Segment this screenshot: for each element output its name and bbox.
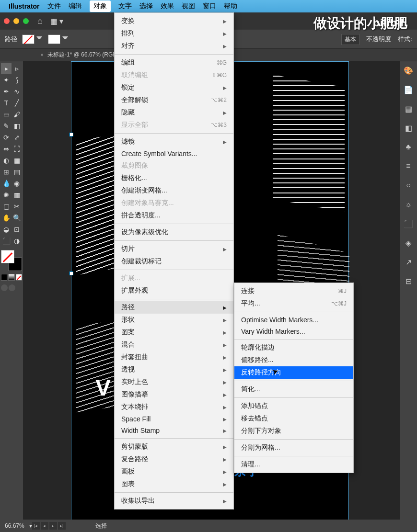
menu-item[interactable]: 移去锚点 — [234, 412, 353, 425]
menu-item[interactable]: 创建渐变网格... — [115, 184, 233, 197]
zoom-level[interactable]: 66.67% — [5, 522, 24, 529]
rotate-tool[interactable]: ⟳ — [1, 132, 12, 143]
fill-stroke-picker[interactable] — [1, 250, 22, 271]
gradient-tool[interactable]: ▤ — [12, 167, 22, 177]
menu-item[interactable]: 编组⌘G — [115, 57, 233, 69]
menu-item[interactable]: 清理... — [234, 458, 353, 471]
magic-wand-tool[interactable]: ✦ — [1, 75, 12, 85]
menu-item[interactable]: Space Fill▶ — [115, 413, 233, 425]
menu-item[interactable]: 分割为网格... — [234, 441, 353, 454]
direct-selection-tool[interactable]: ▹ — [12, 63, 22, 74]
rectangle-tool[interactable]: ▭ — [1, 109, 12, 120]
menu-item[interactable]: 图像描摹▶ — [115, 388, 233, 401]
app-name[interactable]: Illustrator — [9, 2, 40, 10]
eyedropper-tool[interactable]: 💧 — [1, 178, 12, 189]
tab-close-icon[interactable]: × — [40, 52, 44, 58]
menu-item[interactable]: 文本绕排▶ — [115, 401, 233, 413]
line-tool[interactable]: ╱ — [12, 98, 22, 108]
tool-b[interactable]: ⊡ — [12, 224, 22, 235]
menu-item[interactable]: Width Stamp▶ — [115, 425, 233, 436]
menu-item[interactable]: 对齐▶ — [115, 40, 233, 52]
home-icon[interactable]: ⌂ — [37, 16, 43, 26]
stroke-dropdown[interactable] — [62, 36, 68, 42]
scale-tool[interactable]: ⤢ — [12, 132, 22, 143]
zoom-tool[interactable]: 🔍 — [12, 213, 22, 223]
next-artboard-button[interactable]: ▸ — [49, 522, 57, 530]
menu-item[interactable]: 连接⌘J — [234, 285, 353, 297]
mesh-tool[interactable]: ⊞ — [1, 167, 12, 177]
none-mode[interactable] — [16, 274, 22, 281]
menu-item[interactable]: 锁定▶ — [115, 81, 233, 94]
fill-swatch[interactable] — [22, 34, 35, 44]
menu-item[interactable]: 平均...⌥⌘J — [234, 297, 353, 310]
first-artboard-button[interactable]: |◂ — [32, 522, 40, 530]
gradient-mode[interactable] — [8, 274, 14, 281]
selection-tool[interactable]: ▸ — [1, 63, 12, 74]
menu-item[interactable]: 轮廓化描边 — [234, 341, 353, 354]
artboard-tool[interactable]: ▢ — [1, 201, 12, 212]
type-tool[interactable]: T — [1, 98, 12, 108]
menu-help[interactable]: 帮助 — [224, 2, 237, 11]
appearance-panel-icon[interactable]: ☼ — [403, 199, 414, 210]
menu-object[interactable]: 对象 — [90, 0, 111, 12]
draw-normal[interactable] — [1, 284, 8, 291]
arrange-icon[interactable]: ▦ ▾ — [50, 17, 63, 26]
menu-item[interactable]: Create Symbol Variants... — [115, 148, 233, 159]
menu-item[interactable]: 封套扭曲▶ — [115, 351, 233, 363]
draw-behind[interactable] — [9, 284, 15, 291]
symbol-sprayer-tool[interactable]: ✺ — [1, 190, 12, 200]
hand-tool[interactable]: ✋ — [1, 213, 12, 223]
menu-item[interactable]: 混合▶ — [115, 339, 233, 351]
tool-c[interactable]: ⬛ — [1, 236, 12, 246]
menu-select[interactable]: 选择 — [139, 2, 153, 11]
brushes-panel-icon[interactable]: ≡ — [403, 161, 414, 171]
menu-item[interactable]: 拼合透明度... — [115, 209, 233, 222]
menu-item[interactable]: 反转路径方向 — [234, 366, 353, 379]
menu-item[interactable]: 简化... — [234, 383, 353, 396]
menu-item[interactable]: 扩展外观 — [115, 284, 233, 297]
menu-edit[interactable]: 编辑 — [69, 2, 82, 11]
pen-tool[interactable]: ✒ — [1, 86, 12, 97]
shape-builder-tool[interactable]: ◐ — [1, 155, 12, 166]
menu-item[interactable]: 实时上色▶ — [115, 376, 233, 388]
paintbrush-tool[interactable]: 🖌 — [12, 109, 22, 120]
menu-item[interactable]: 路径▶ — [115, 301, 233, 314]
prev-artboard-button[interactable]: ◂ — [41, 522, 48, 530]
close-window-button[interactable] — [4, 18, 10, 24]
properties-panel-icon[interactable]: 🎨 — [403, 65, 414, 76]
menu-item[interactable]: 创建裁切标记 — [115, 255, 233, 268]
menu-item[interactable]: 排列▶ — [115, 27, 233, 40]
stroke-swatch[interactable] — [48, 34, 60, 44]
menu-view[interactable]: 视图 — [182, 2, 195, 11]
menu-item[interactable]: 透视▶ — [115, 363, 233, 376]
blend-tool[interactable]: ◉ — [12, 178, 22, 189]
menu-item[interactable]: 滤镜▶ — [115, 136, 233, 148]
menu-item[interactable]: 隐藏▶ — [115, 106, 233, 119]
align-panel-icon[interactable]: ⊟ — [403, 276, 414, 286]
libraries-panel-icon[interactable]: ▦ — [403, 103, 414, 114]
shaper-tool[interactable]: ✎ — [1, 121, 12, 131]
brush-basic[interactable]: 基本 — [341, 34, 359, 45]
free-transform-tool[interactable]: ⛶ — [12, 144, 22, 154]
menu-item[interactable]: 画板▶ — [115, 465, 233, 478]
menu-item[interactable]: 偏移路径... — [234, 354, 353, 366]
menu-item[interactable]: 图表▶ — [115, 478, 233, 490]
menu-type[interactable]: 文字 — [118, 2, 132, 11]
graph-tool[interactable]: ▥ — [12, 190, 22, 200]
fill-dropdown[interactable] — [36, 36, 42, 42]
perspective-tool[interactable]: ▦ — [12, 155, 22, 166]
menu-item[interactable]: 剪切蒙版▶ — [115, 441, 233, 453]
menu-item[interactable]: 设为像素级优化 — [115, 226, 233, 238]
menu-item[interactable]: 形状▶ — [115, 314, 233, 326]
menu-item[interactable]: 分割下方对象 — [234, 425, 353, 437]
swatches-panel-icon[interactable]: ◧ — [403, 123, 414, 133]
menu-item[interactable]: Optimise Width Markers... — [234, 314, 353, 326]
menu-item[interactable]: 切片▶ — [115, 243, 233, 255]
menu-item[interactable]: 图案▶ — [115, 326, 233, 339]
menu-item[interactable]: 变换▶ — [115, 15, 233, 27]
menu-item[interactable]: Vary Width Markers... — [234, 326, 353, 337]
document-tab[interactable]: 未标题-1* @ 66.67% (RGB) — [44, 49, 122, 61]
last-artboard-button[interactable]: ▸| — [58, 522, 66, 530]
tool-a[interactable]: ◒ — [1, 224, 12, 235]
curvature-tool[interactable]: ∿ — [12, 86, 22, 97]
